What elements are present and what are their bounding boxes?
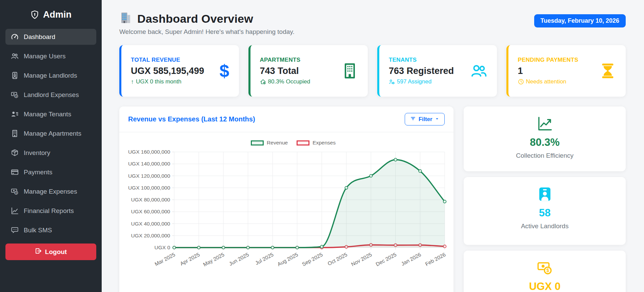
svg-text:UGX 20,000,000: UGX 20,000,000 [131, 233, 170, 238]
sidebar-item-label: Manage Users [24, 53, 66, 60]
stat-sub: 80.3% Occupied [260, 78, 310, 85]
svg-text:May 2025: May 2025 [202, 252, 225, 268]
sidebar-item-label: Financial Reports [24, 207, 74, 215]
page-header: Dashboard Overview Welcome back, Super A… [119, 12, 626, 36]
svg-text:Dec 2025: Dec 2025 [375, 252, 398, 267]
sidebar-item-manage-tenants[interactable]: Manage Tenants [5, 106, 96, 122]
svg-text:Sep 2025: Sep 2025 [301, 252, 324, 267]
stat-card-pending-payments: PENDING PAYMENTS 1 Needs attention [506, 45, 626, 97]
chart-body: Revenue Expenses UGX 0UGX 20,000,000UGX … [119, 132, 454, 292]
person-badge-fill-icon [470, 186, 619, 203]
svg-text:Mar 2025: Mar 2025 [154, 252, 176, 267]
svg-text:UGX 60,000,000: UGX 60,000,000 [131, 209, 170, 214]
graph-up-icon [11, 207, 19, 215]
chart-title: Revenue vs Expenses (Last 12 Months) [128, 115, 255, 123]
funnel-icon [410, 116, 416, 123]
cash-coin-icon: $ [11, 91, 19, 99]
chart-legend: Revenue Expenses [137, 140, 449, 146]
dollar-icon: $ [220, 61, 229, 81]
svg-text:UGX 160,000,000: UGX 160,000,000 [128, 149, 170, 155]
sidebar-item-dashboard[interactable]: Dashboard [5, 29, 96, 45]
revenue-expenses-chart[interactable]: UGX 0UGX 20,000,000UGX 40,000,000UGX 60,… [123, 147, 449, 292]
svg-text:Jan 2026: Jan 2026 [400, 252, 422, 267]
svg-text:UGX 40,000,000: UGX 40,000,000 [131, 221, 170, 227]
svg-text:UGX 140,000,000: UGX 140,000,000 [128, 161, 170, 167]
building-icon [341, 62, 358, 79]
logout-button[interactable]: Logout [5, 244, 96, 260]
page-title: Dashboard Overview [137, 12, 253, 25]
svg-text:Jul 2025: Jul 2025 [254, 252, 275, 266]
svg-text:UGX 120,000,000: UGX 120,000,000 [128, 173, 170, 179]
dollar-icon: $ [220, 62, 229, 80]
stat-value: UGX 585,195,499 [131, 66, 204, 76]
sidebar-item-label: Manage Landlords [24, 72, 77, 79]
stat-label: TOTAL REVENUE [131, 57, 204, 63]
caret-down-icon [435, 116, 439, 122]
sidebar-item-bulk-sms[interactable]: Bulk SMS [5, 222, 96, 238]
chat-dots-icon [11, 226, 19, 234]
speedometer-icon [11, 33, 19, 41]
cash-coin-icon: $ [11, 188, 19, 195]
stat-sub: ↑UGX 0 this month [131, 78, 204, 85]
svg-text:Nov 2025: Nov 2025 [350, 252, 373, 267]
side-column: 80.3%Collection Efficiency 58Active Land… [464, 106, 626, 292]
side-card-value: 58 [470, 207, 619, 219]
revenue-expenses-card: Revenue vs Expenses (Last 12 Months) Fil… [119, 106, 454, 292]
stat-value: 763 Registered [389, 66, 454, 76]
side-card-value: 80.3% [470, 136, 619, 149]
cash-coin-icon: $ [470, 260, 619, 277]
legend-item-revenue[interactable]: Revenue [251, 140, 288, 146]
sidebar-item-label: Inventory [24, 149, 50, 157]
stat-label: TENANTS [389, 57, 454, 63]
sidebar-item-payments[interactable]: Payments [5, 164, 96, 180]
side-card-label: Collection Efficiency [470, 152, 619, 159]
graph-up-arrow-icon [470, 116, 619, 133]
chart-holder: UGX 0UGX 20,000,000UGX 40,000,000UGX 60,… [123, 147, 449, 292]
arrow-up-icon: ↑ [131, 78, 134, 85]
credit-card-icon [11, 168, 19, 176]
sidebar: Admin DashboardManage UsersManage Landlo… [0, 0, 102, 292]
side-card-label: Active Landlords [470, 222, 619, 230]
sidebar-item-inventory[interactable]: Inventory [5, 145, 96, 161]
building-icon [11, 130, 19, 137]
sidebar-item-manage-users[interactable]: Manage Users [5, 48, 96, 64]
office-building-icon [119, 12, 132, 26]
main-content: Dashboard Overview Welcome back, Super A… [102, 0, 644, 292]
sidebar-item-label: Landlord Expenses [24, 91, 79, 99]
sidebar-item-financial-reports[interactable]: Financial Reports [5, 203, 96, 219]
shield-lock-icon [30, 10, 39, 19]
stat-sub: Needs attention [518, 78, 579, 85]
svg-text:Aug 2025: Aug 2025 [277, 252, 299, 267]
filter-button[interactable]: Filter [405, 113, 445, 125]
sidebar-item-label: Payments [24, 169, 52, 176]
clock-icon [518, 79, 524, 85]
svg-text:Oct 2025: Oct 2025 [327, 252, 348, 267]
stat-label: PENDING PAYMENTS [518, 57, 579, 63]
svg-text:UGX 100,000,000: UGX 100,000,000 [128, 185, 170, 191]
person-lines-icon [11, 110, 19, 118]
svg-text:Apr 2025: Apr 2025 [179, 252, 201, 267]
stat-card-total-revenue: TOTAL REVENUE UGX 585,195,499 ↑UGX 0 thi… [119, 45, 239, 97]
app-brand-label: Admin [43, 9, 72, 20]
sidebar-nav: DashboardManage UsersManage Landlords$La… [5, 29, 96, 238]
chart-header: Revenue vs Expenses (Last 12 Months) Fil… [119, 106, 454, 132]
sidebar-item-manage-expenses[interactable]: $Manage Expenses [5, 183, 96, 199]
svg-text:$: $ [546, 268, 549, 273]
sidebar-item-landlord-expenses[interactable]: $Landlord Expenses [5, 87, 96, 103]
sidebar-item-label: Manage Tenants [24, 111, 71, 118]
sidebar-item-manage-landlords[interactable]: Manage Landlords [5, 67, 96, 83]
sidebar-item-label: Manage Expenses [24, 188, 77, 195]
side-card-value: UGX 0 [470, 280, 619, 292]
stat-card-apartments: APARTMENTS 743 Total 80.3% Occupied [248, 45, 368, 97]
box-icon [11, 149, 19, 157]
sidebar-item-manage-apartments[interactable]: Manage Apartments [5, 125, 96, 141]
stat-label: APARTMENTS [260, 57, 310, 63]
svg-text:UGX 0: UGX 0 [154, 245, 170, 250]
collection-efficiency-card: 80.3%Collection Efficiency [464, 106, 626, 171]
box-arrow-right-icon [35, 248, 42, 256]
legend-swatch [251, 140, 264, 145]
active-landlords-card: 58Active Landlords [464, 177, 626, 245]
person-check-icon [389, 79, 395, 85]
legend-item-expenses[interactable]: Expenses [297, 140, 336, 146]
svg-text:UGX 80,000,000: UGX 80,000,000 [131, 197, 170, 202]
